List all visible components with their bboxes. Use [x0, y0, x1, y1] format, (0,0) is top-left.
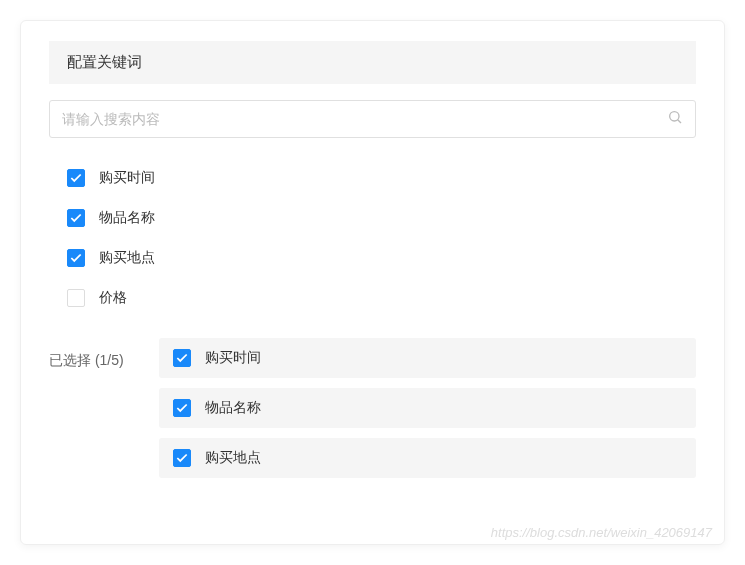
search-input[interactable]	[62, 111, 667, 127]
checkbox-icon[interactable]	[173, 349, 191, 367]
checkbox-icon[interactable]	[67, 169, 85, 187]
option-label: 价格	[99, 289, 127, 307]
svg-point-0	[670, 112, 679, 121]
selected-section: 已选择 (1/5) 购买时间 物品名称 购买地点	[49, 338, 696, 488]
checkbox-icon[interactable]	[173, 399, 191, 417]
watermark-text: https://blog.csdn.net/weixin_42069147	[491, 525, 712, 540]
panel-title: 配置关键词	[67, 53, 142, 70]
option-row[interactable]: 物品名称	[49, 198, 696, 238]
selected-item-label: 物品名称	[205, 399, 261, 417]
search-icon	[667, 109, 683, 129]
config-panel: 配置关键词 购买时间 物品名称 购买地点	[20, 20, 725, 545]
selected-item[interactable]: 物品名称	[159, 388, 696, 428]
selected-count-label: 已选择 (1/5)	[49, 338, 159, 370]
search-container[interactable]	[49, 100, 696, 138]
option-row[interactable]: 价格	[49, 278, 696, 318]
checkbox-icon[interactable]	[173, 449, 191, 467]
selected-item-label: 购买地点	[205, 449, 261, 467]
selected-item[interactable]: 购买时间	[159, 338, 696, 378]
option-label: 购买时间	[99, 169, 155, 187]
selected-item-label: 购买时间	[205, 349, 261, 367]
options-list[interactable]: 购买时间 物品名称 购买地点 价格	[49, 152, 696, 332]
checkbox-icon[interactable]	[67, 209, 85, 227]
panel-header: 配置关键词	[49, 41, 696, 84]
checkbox-icon[interactable]	[67, 289, 85, 307]
selected-item[interactable]: 购买地点	[159, 438, 696, 478]
option-label: 购买地点	[99, 249, 155, 267]
option-row[interactable]: 购买地点	[49, 238, 696, 278]
selected-list: 购买时间 物品名称 购买地点	[159, 338, 696, 488]
svg-line-1	[678, 120, 681, 123]
option-label: 物品名称	[99, 209, 155, 227]
checkbox-icon[interactable]	[67, 249, 85, 267]
option-row[interactable]: 购买时间	[49, 158, 696, 198]
